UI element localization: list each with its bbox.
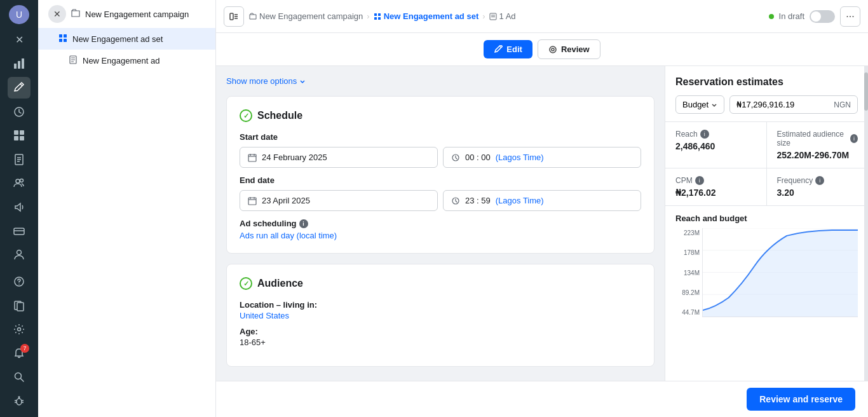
ad-scheduling-desc: Ads run all day (local time) (240, 231, 641, 240)
main-content: New Engagement campaign › New Engagement… (216, 0, 868, 417)
nav-document-icon[interactable] (8, 149, 31, 170)
status-label: In draft (779, 11, 804, 21)
svg-rect-40 (378, 17, 381, 20)
frequency-label: Frequency i (777, 176, 858, 185)
bc-ad[interactable]: 1 Ad (489, 11, 516, 21)
sidebar-item-campaign[interactable]: ✕ New Engagement campaign ··· (38, 0, 215, 28)
chart-label-3: 89.2M (675, 289, 700, 296)
svg-point-21 (18, 328, 21, 331)
reach-label: Reach i (675, 130, 756, 139)
ad-scheduling-info-icon[interactable]: i (299, 219, 308, 228)
cpm-value: ₦2,176.02 (675, 188, 756, 198)
audience-detail: Location – living in: United States Age:… (240, 300, 641, 347)
nav-bell-icon[interactable]: 7 (8, 343, 31, 364)
bc-adset[interactable]: New Engagement ad set (374, 11, 479, 21)
svg-rect-46 (248, 154, 256, 161)
budget-input[interactable]: ₦17,296,916.19 NGN (729, 95, 858, 114)
sidebar-toggle-btn[interactable] (224, 6, 244, 27)
svg-rect-5 (20, 130, 24, 135)
svg-point-16 (17, 250, 22, 255)
topbar-actions: In draft ··· (769, 6, 860, 27)
svg-rect-26 (64, 34, 67, 38)
action-bar: Edit Review (216, 33, 868, 66)
nav-settings-icon[interactable] (8, 318, 31, 340)
topbar-more-btn[interactable]: ··· (840, 6, 860, 27)
ad-doc-icon (69, 55, 78, 66)
nav-pages-icon[interactable] (8, 295, 31, 317)
svg-rect-25 (59, 34, 62, 38)
svg-rect-27 (59, 39, 62, 42)
schedule-card: ✓ Schedule Start date 24 February 2025 0… (226, 96, 654, 254)
location-label: Location – living in: (240, 300, 641, 310)
show-more-options-link[interactable]: Show more options (226, 76, 654, 86)
chart-label-0: 223M (675, 229, 700, 236)
sidebar-item-adset[interactable]: New Engagement ad set ··· (38, 28, 215, 50)
svg-rect-7 (20, 136, 24, 140)
draft-toggle[interactable] (810, 10, 835, 23)
nav-bug-icon[interactable] (8, 390, 31, 412)
nav-people-icon[interactable] (8, 173, 31, 195)
breadcrumb: New Engagement campaign › New Engagement… (249, 11, 764, 21)
notification-badge: 7 (20, 344, 29, 353)
bc-sep-2: › (482, 11, 485, 21)
nav-person-group-icon[interactable] (8, 245, 31, 266)
frequency-info-icon[interactable]: i (815, 176, 824, 185)
start-date-field[interactable]: 24 February 2025 (240, 147, 438, 168)
reach-info-icon[interactable]: i (700, 130, 709, 139)
svg-rect-4 (14, 130, 18, 135)
cpm-label: CPM i (675, 176, 756, 185)
nav-card-icon[interactable] (8, 221, 31, 242)
chart-label-4: 44.7M (675, 309, 700, 316)
avatar[interactable]: U (9, 5, 29, 24)
start-time-field[interactable]: 00 : 00 (Lagos Time) (443, 147, 641, 168)
frequency-value: 3.20 (777, 188, 858, 198)
end-time-field[interactable]: 23 : 59 (Lagos Time) (443, 190, 641, 211)
nav-chart-icon[interactable] (8, 53, 31, 75)
svg-rect-33 (230, 13, 233, 20)
campaign-folder-icon (71, 9, 80, 20)
stat-audience-size: Estimated audience size i 252.20M-296.70… (767, 122, 869, 168)
nav-megaphone-icon[interactable] (8, 196, 31, 218)
bc-campaign[interactable]: New Engagement campaign (249, 11, 363, 21)
audience-size-info-icon[interactable]: i (850, 134, 858, 143)
stat-frequency: Frequency i 3.20 (767, 168, 869, 205)
review-reserve-button[interactable]: Review and reserve (747, 388, 855, 411)
stats-grid: Reach i 2,486,460 Estimated audience siz… (665, 121, 868, 206)
start-date-label: Start date (240, 132, 641, 142)
schedule-card-title: ✓ Schedule (240, 109, 641, 122)
bc-sep-1: › (367, 11, 369, 21)
age-label: Age: (240, 327, 641, 336)
ad-scheduling-label: Ad scheduling i (240, 219, 641, 228)
audience-card-title: ✓ Audience (240, 277, 641, 290)
scrollbar-thumb (864, 72, 868, 111)
chart-label-1: 178M (675, 249, 700, 256)
nav-close-icon[interactable]: ✕ (8, 29, 31, 51)
right-panel-scrollbar[interactable] (864, 66, 868, 417)
svg-point-45 (552, 48, 554, 51)
review-button[interactable]: Review (538, 39, 600, 59)
end-date-field[interactable]: 23 April 2025 (240, 190, 438, 211)
adset-label: New Engagement ad set (72, 34, 194, 44)
content-area: Show more options ✓ Schedule Start date … (216, 66, 868, 417)
audience-size-label: Estimated audience size i (777, 130, 858, 147)
sidebar-item-ad[interactable]: New Engagement ad ··· (38, 50, 215, 71)
chart-section: Reach and budget 223M 178M 134M 89.2M 44… (665, 206, 868, 325)
svg-point-12 (16, 179, 20, 183)
location-value: United States (240, 311, 641, 320)
nav-search-icon[interactable] (8, 367, 31, 388)
nav-clock-icon[interactable] (8, 101, 31, 123)
sidebar-close-btn[interactable]: ✕ (48, 5, 66, 23)
svg-point-24 (17, 399, 22, 405)
left-nav: U ✕ 7 (0, 0, 38, 417)
edit-button[interactable]: Edit (484, 40, 532, 58)
nav-edit-icon[interactable] (8, 77, 31, 99)
svg-rect-39 (374, 17, 377, 20)
nav-grid-icon[interactable] (8, 125, 31, 146)
cpm-info-icon[interactable]: i (695, 176, 704, 185)
start-date-row: 24 February 2025 00 : 00 (Lagos Time) (240, 147, 641, 168)
nav-help-icon[interactable] (8, 271, 31, 292)
content-main: Show more options ✓ Schedule Start date … (216, 66, 665, 417)
audience-check-icon: ✓ (240, 277, 252, 290)
chart-label-2: 134M (675, 270, 700, 277)
budget-select[interactable]: Budget (675, 95, 724, 114)
